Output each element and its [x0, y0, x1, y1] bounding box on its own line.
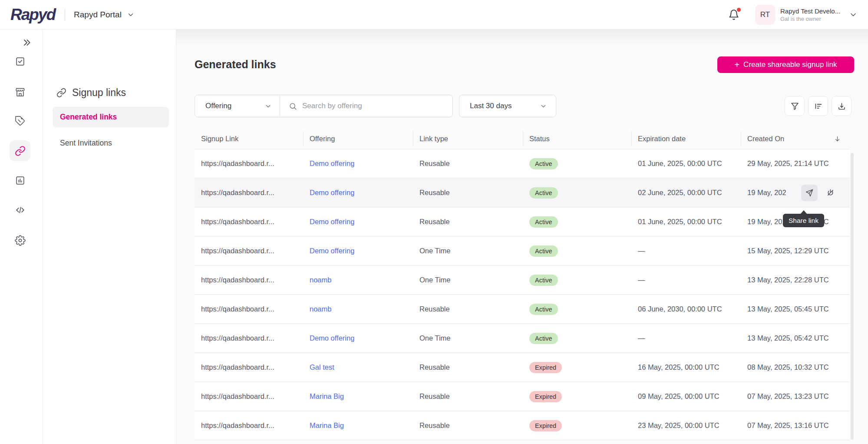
filter-bar: Offering Last 30 days [176, 95, 868, 117]
main-content: Generated links + Create shareable signu… [176, 30, 868, 444]
account-chevron-down-icon[interactable] [849, 10, 858, 19]
cell-signup-link: https://qadashboard.r... [201, 421, 274, 429]
search-input[interactable] [302, 102, 446, 110]
gear-icon [15, 235, 26, 246]
app-root: Rapyd Rapyd Portal RT Rapyd Test Develo.… [0, 0, 868, 444]
download-button[interactable] [832, 96, 851, 116]
paper-plane-icon [805, 189, 814, 197]
status-badge: Expired [529, 362, 562, 373]
table-row[interactable]: https://qadashboard.r... Demo offering R… [195, 149, 850, 179]
sidebar-title: Signup links [56, 87, 126, 99]
sub-sidebar: Signup links Generated links Sent Invita… [43, 30, 176, 444]
double-chevron-right-icon [22, 37, 32, 48]
vertical-scrollbar[interactable] [851, 153, 854, 440]
cell-expiration: — [638, 276, 645, 284]
cell-link-type: Reusable [419, 218, 450, 225]
sort-arrow-down-icon [834, 135, 841, 142]
share-link-tooltip: Share link [783, 214, 824, 227]
table-row[interactable]: https://qadashboard.r... Marina Big Reus… [195, 411, 850, 441]
offering-filter-dropdown[interactable]: Offering [195, 95, 280, 117]
status-badge: Active [529, 158, 558, 169]
table-row[interactable]: https://qadashboard.r... Gal test Reusab… [195, 353, 850, 382]
cell-expiration: 01 June, 2025, 00:00 UTC [638, 218, 722, 225]
notifications-button[interactable] [728, 9, 739, 20]
cell-link-type: Reusable [419, 421, 450, 429]
nav-item-checklist[interactable] [10, 51, 30, 72]
topbar-right: RT Rapyd Test Develo... Gal is the owner [728, 5, 858, 25]
top-bar: Rapyd Rapyd Portal RT Rapyd Test Develo.… [0, 0, 868, 30]
cell-created: 07 May, 2025, 13:23 UTC [747, 392, 829, 400]
page-title: Generated links [195, 58, 276, 71]
table-row[interactable]: https://qadashboard.r... noamb Reusable … [195, 295, 850, 324]
sidebar-title-label: Signup links [72, 87, 126, 99]
column-header-link-type[interactable]: Link type [413, 128, 523, 149]
sidebar-item-generated-links[interactable]: Generated links [53, 107, 169, 127]
table-header: Signup Link Offering Link type Status Ex… [195, 128, 850, 149]
nav-item-offerings[interactable] [10, 110, 30, 131]
cell-created: 29 May, 2025, 21:14 UTC [747, 159, 829, 167]
table-row[interactable]: https://qadashboard.r... noamb One Time … [195, 266, 850, 295]
collapse-sidebar-button[interactable] [18, 36, 36, 49]
deactivate-link-button[interactable] [822, 185, 838, 201]
chevron-down-icon [540, 103, 547, 110]
offering-link[interactable]: Demo offering [310, 189, 354, 196]
offering-link[interactable]: Marina Big [310, 392, 344, 400]
offering-link[interactable]: noamb [310, 276, 331, 284]
link-icon [15, 146, 26, 156]
offering-link[interactable]: noamb [310, 305, 331, 313]
offering-link[interactable]: Marina Big [310, 421, 344, 429]
search-combo: Offering [195, 95, 453, 117]
filter-button[interactable] [785, 96, 805, 116]
offering-filter-label: Offering [205, 102, 231, 110]
sort-lines-icon [814, 102, 823, 111]
cell-created: 13 May, 2025, 05:42 UTC [747, 334, 829, 342]
column-header-created-on[interactable]: Created On [741, 128, 850, 149]
offering-link[interactable]: Demo offering [310, 247, 354, 255]
nav-item-developers[interactable] [10, 199, 30, 220]
cell-link-type: One Time [419, 276, 451, 284]
cell-expiration: 16 May, 2025, 00:00 UTC [638, 363, 719, 371]
cell-expiration: 09 May, 2025, 00:00 UTC [638, 392, 719, 400]
status-badge: Active [529, 187, 558, 199]
create-button-label: Create shareable signup link [743, 60, 837, 69]
cell-created: 19 May, 202 [747, 189, 786, 196]
nav-item-store[interactable] [10, 82, 30, 103]
cell-signup-link: https://qadashboard.r... [201, 276, 274, 284]
table-row[interactable]: https://qadashboard.r... Demo offering O… [195, 237, 850, 266]
share-link-button[interactable] [801, 185, 818, 201]
nav-item-analytics[interactable] [10, 170, 30, 191]
cell-signup-link: https://qadashboard.r... [201, 392, 274, 400]
column-header-expiration-date[interactable]: Expiration date [631, 128, 741, 149]
cell-expiration: 01 June, 2025, 00:00 UTC [638, 159, 722, 167]
nav-item-signup-links[interactable] [10, 140, 30, 161]
account-name: Rapyd Test Develo... [780, 7, 842, 15]
sidebar-item-sent-invitations[interactable]: Sent Invitations [53, 133, 169, 153]
table-row[interactable]: https://qadashboard.r... Marina Big Reus… [195, 382, 850, 411]
avatar[interactable]: RT [755, 5, 775, 25]
created-on-label: Created On [747, 135, 784, 143]
search-box [280, 95, 452, 117]
offering-link[interactable]: Demo offering [310, 334, 354, 342]
table-row[interactable]: https://qadashboard.r... Demo offering R… [195, 208, 850, 237]
sort-button[interactable] [808, 96, 828, 116]
offering-link[interactable]: Gal test [310, 363, 334, 371]
date-range-dropdown[interactable]: Last 30 days [459, 95, 556, 117]
offering-link[interactable]: Demo offering [310, 218, 354, 225]
account-subtitle: Gal is the owner [780, 16, 842, 22]
cell-expiration: — [638, 247, 645, 255]
create-signup-link-button[interactable]: + Create shareable signup link [717, 56, 854, 73]
table-row[interactable]: https://qadashboard.r... Demo offering R… [195, 179, 850, 208]
chevron-down-icon [264, 103, 272, 110]
table-row[interactable]: https://qadashboard.r... Demo offering O… [195, 324, 850, 353]
status-badge: Expired [529, 391, 562, 402]
plus-icon: + [734, 60, 739, 70]
column-header-status[interactable]: Status [523, 128, 631, 149]
nav-item-settings[interactable] [10, 230, 30, 251]
offering-link[interactable]: Demo offering [310, 159, 354, 167]
portal-switcher[interactable]: Rapyd Portal [74, 10, 135, 20]
column-header-signup-link[interactable]: Signup Link [195, 128, 303, 149]
nav-rail [0, 30, 43, 444]
rapyd-logo: Rapyd [10, 6, 55, 24]
cell-expiration: 02 June, 2025, 00:00 UTC [638, 189, 722, 196]
column-header-offering[interactable]: Offering [303, 128, 413, 149]
